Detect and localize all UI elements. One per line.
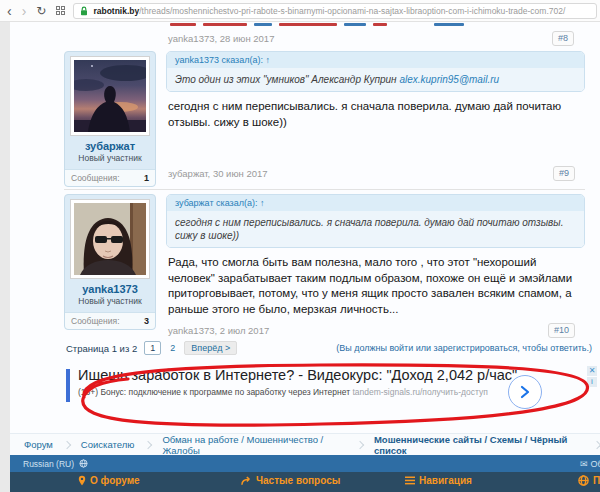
pagination-label: Страница 1 из 2 — [66, 343, 137, 354]
ad-title-link[interactable]: Ищешь заработок в Интернете? - Видеокурс… — [78, 367, 520, 385]
ad-blue-bar — [66, 369, 70, 402]
footer-item-label: О форуме — [90, 475, 140, 486]
post9-user-column: зубаржат Новый участник Сообщения: 1 — [64, 51, 156, 181]
chevron-right-icon — [593, 440, 600, 448]
post9-quote-block: yanka1373 сказал(а): ↑ Это один из этих … — [166, 51, 585, 92]
post8-permalink-badge[interactable]: #8 — [552, 31, 574, 46]
lock-icon[interactable] — [80, 6, 88, 16]
ad-subtitle-text: (18+) Бонус: подключение к программе по … — [78, 387, 352, 397]
post9-avatar[interactable] — [70, 56, 150, 136]
envelope-icon: ✉ — [580, 459, 588, 469]
clipped-text-fragments — [170, 22, 600, 26]
post9-author-date: зубаржат, 30 июн 2017 — [168, 168, 268, 179]
url-domain: rabotnik.by — [93, 6, 139, 16]
footer-bar: О форуме Частые вопросы Навигация П — [10, 472, 600, 492]
post10-user-title: Новый участник — [69, 296, 151, 306]
footer-item-label: Частые вопросы — [256, 475, 340, 486]
messages-count[interactable]: 1 — [144, 173, 149, 183]
breadcrumb-current-section[interactable]: Мошеннические сайты / Схемы / Чёрный спи… — [374, 434, 583, 456]
post9-message-text: сегодня с ним переписывались. я сначала … — [168, 99, 585, 130]
email-link[interactable]: alex.kuprin95@mail.ru — [399, 74, 499, 85]
ad-close-icon[interactable]: ✕ — [587, 366, 597, 376]
globe-icon — [79, 459, 88, 468]
chevron-right-icon — [518, 385, 532, 399]
language-bar: Russian (RU) ✉ Обр — [10, 455, 600, 472]
messages-label: Сообщения: — [71, 173, 120, 183]
reload-icon[interactable]: ↻ — [36, 4, 46, 18]
woman-portrait-avatar-image — [74, 203, 146, 275]
post10-quote-text: сегодня с ним переписывались. я сначала … — [167, 211, 584, 247]
post8-author-date: yanka1373, 28 июн 2017 — [168, 33, 274, 44]
language-selector[interactable]: Russian (RU) — [23, 459, 74, 469]
post9-footer-row: зубаржат, 30 июн 2017 #9 — [166, 160, 585, 181]
post9-permalink-badge[interactable]: #9 — [553, 166, 575, 181]
ad-info-icon[interactable]: i — [587, 377, 597, 387]
ad-choices-icons: ✕ i — [587, 366, 597, 387]
post10-username[interactable]: yanka1373 — [69, 283, 151, 295]
browser-toolbar: ‹ › ↻ rabotnik.by/threads/moshennichestv… — [0, 0, 600, 22]
post10-body: зубаржат сказал(а): ↑ сегодня с ним пере… — [166, 194, 585, 332]
footer-faq[interactable]: Частые вопросы — [241, 475, 340, 486]
post9-username[interactable]: зубаржат — [69, 140, 151, 152]
post9-body: yanka1373 сказал(а): ↑ Это один из этих … — [166, 51, 585, 181]
page-1-current[interactable]: 1 — [144, 341, 161, 355]
post-10: yanka1373 Новый участник Сообщения: 3 зу… — [10, 190, 600, 332]
url-path: /threads/moshennichestvo-pri-rabote-s-bi… — [139, 6, 565, 16]
browser-window: ‹ › ↻ rabotnik.by/threads/moshennichestv… — [0, 0, 600, 492]
quote-text: Это один из этих "умников" Александр Куп… — [175, 74, 399, 85]
advertisement: Ищешь заработок в Интернете? - Видеокурс… — [66, 367, 594, 427]
post10-avatar[interactable] — [70, 199, 150, 279]
breadcrumb-soiskatelyu[interactable]: Соискателю — [81, 439, 135, 450]
breadcrumb-forum[interactable]: Форум — [24, 439, 53, 450]
footer-item-label: Навигация — [419, 475, 472, 486]
back-icon[interactable]: ‹ — [7, 4, 12, 18]
footer-item-label: П — [593, 475, 600, 486]
messages-label: Сообщения: — [71, 316, 120, 326]
next-page-button[interactable]: Вперёд > — [184, 341, 237, 355]
post10-user-column: yanka1373 Новый участник Сообщения: 3 — [64, 194, 156, 332]
post9-user-card: зубаржат Новый участник Сообщения: 1 — [64, 51, 156, 187]
post10-quote-header-link[interactable]: зубаржат сказал(а): ↑ — [167, 195, 584, 211]
ad-arrow-button[interactable] — [508, 375, 542, 409]
post8-footer-row: yanka1373, 28 июн 2017 #8 — [10, 27, 600, 47]
ad-display-url[interactable]: tandem-signals.ru/получить-доступ — [352, 387, 487, 397]
redirect-arrow-icon — [241, 476, 252, 486]
forward-icon[interactable]: › — [22, 4, 27, 18]
messages-count[interactable]: 3 — [144, 316, 149, 326]
footer-about-forum[interactable]: О форуме — [78, 475, 140, 486]
page-2-link[interactable]: 2 — [165, 342, 180, 354]
chevron-right-icon — [356, 440, 364, 448]
post10-user-stats: Сообщения: 3 — [65, 312, 155, 329]
footer-navigation[interactable]: Навигация — [405, 475, 472, 486]
breadcrumb: Форум Соискателю Обман на работе / Мошен… — [10, 433, 600, 455]
address-bar[interactable]: rabotnik.by/threads/moshennichestvo-pri-… — [73, 3, 597, 19]
post10-quote-block: зубаржат сказал(а): ↑ сегодня с ним пере… — [166, 194, 585, 248]
feedback-link[interactable]: ✉ Обр — [580, 455, 600, 472]
pagination-row: Страница 1 из 2 1 2 Вперёд > (Вы должны … — [10, 332, 600, 355]
post9-quote-header-link[interactable]: yanka1373 сказал(а): ↑ — [167, 52, 584, 68]
post10-message-text: Рада, что смогла быть вам полезна, мало … — [168, 255, 585, 317]
hamburger-menu-icon — [405, 476, 415, 485]
feedback-label: Обр — [591, 459, 600, 469]
post9-quote-text: Это один из этих "умников" Александр Куп… — [167, 68, 584, 91]
quote-text: сегодня с ним переписывались. я сначала … — [175, 217, 563, 241]
login-to-reply-note[interactable]: (Вы должны войти или зарегистрироваться,… — [336, 343, 592, 353]
post9-user-stats: Сообщения: 1 — [65, 169, 155, 186]
chevron-right-icon — [63, 440, 71, 448]
post-9: зубаржат Новый участник Сообщения: 1 yan… — [10, 47, 600, 181]
breadcrumb-obman[interactable]: Обман на работе / Мошенничество / Жалобы — [162, 434, 346, 456]
sunset-silhouette-avatar-image — [74, 60, 146, 132]
forum-page: yanka1373, 28 июн 2017 #8 — [10, 22, 600, 492]
globe-icon — [578, 475, 589, 486]
chevron-right-icon — [144, 440, 152, 448]
map-pin-icon — [78, 475, 86, 486]
apps-grid-icon[interactable] — [56, 6, 65, 15]
post10-user-card: yanka1373 Новый участник Сообщения: 3 — [64, 194, 156, 330]
post9-user-title: Новый участник — [69, 153, 151, 163]
footer-help[interactable]: П — [578, 475, 600, 486]
